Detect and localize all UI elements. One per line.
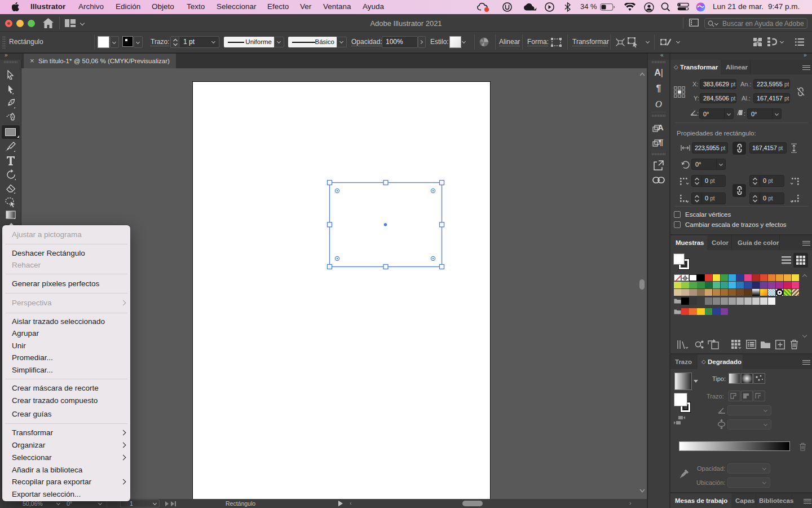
svg-text:A: A [657,122,664,132]
